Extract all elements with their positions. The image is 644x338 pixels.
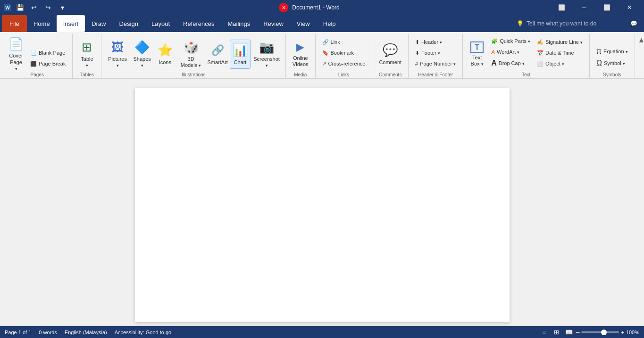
document-page[interactable] — [135, 88, 510, 322]
pictures-button[interactable]: 🖼 Pictures ▾ — [105, 40, 129, 69]
language: English (Malaysia) — [65, 330, 107, 335]
zoom-out-button[interactable]: ─ — [576, 330, 580, 335]
zoom-in-button[interactable]: + — [621, 330, 624, 335]
menu-help[interactable]: Help — [317, 15, 343, 32]
object-button[interactable]: ⬜ Object ▾ — [534, 58, 585, 69]
signature-line-icon: ✍ — [537, 39, 544, 45]
header-footer-items: ⬆ Header ▾ ⬇ Footer ▾ # Page Number ▾ — [412, 36, 459, 69]
chart-icon: 📊 — [233, 43, 248, 58]
text-box-icon: T — [470, 41, 484, 53]
cross-reference-button[interactable]: ↗ Cross-reference — [319, 58, 368, 69]
illustrations-group-label: Illustrations — [105, 71, 282, 77]
media-group-label: Media — [290, 71, 311, 77]
menu-layout[interactable]: Layout — [145, 15, 176, 32]
undo-button[interactable]: ↩ — [28, 2, 40, 13]
signature-line-button[interactable]: ✍ Signature Line ▾ — [534, 37, 585, 47]
links-group-label: Links — [319, 71, 368, 77]
quick-parts-button[interactable]: 🧩 Quick Parts ▾ — [488, 36, 533, 46]
icons-button[interactable]: ⭐ Icons — [155, 40, 176, 69]
menu-review[interactable]: Review — [257, 15, 290, 32]
web-view-button[interactable]: ⊞ — [552, 327, 562, 338]
page-number-icon: # — [415, 61, 418, 66]
links-col: 🔗 Link 🔖 Bookmark ↗ Cross-reference — [319, 37, 368, 69]
ribbon-group-comments: 💬 Comment Comments — [372, 34, 409, 78]
screenshot-button[interactable]: 📷 Screenshot ▾ — [251, 40, 282, 69]
page-number-button[interactable]: # Page Number ▾ — [412, 58, 459, 69]
cover-page-button[interactable]: 📄 Cover Page ▾ — [6, 40, 26, 69]
zoom-slider-track[interactable] — [581, 331, 619, 333]
pages-items: 📄 Cover Page ▾ 📃 Blank Page ⬛ Page Break — [6, 36, 68, 69]
tab-close-button[interactable]: ✕ — [279, 3, 288, 12]
3d-models-button[interactable]: 🎲 3D Models ▾ — [176, 40, 206, 69]
close-button[interactable]: ✕ — [619, 0, 640, 15]
symbol-button[interactable]: Ω Symbol ▾ — [594, 58, 631, 69]
document-area — [0, 79, 644, 331]
bookmark-button[interactable]: 🔖 Bookmark — [319, 48, 368, 58]
status-bar: Page 1 of 1 0 words English (Malaysia) A… — [0, 326, 644, 338]
ribbon-collapse-button[interactable]: ▲ — [635, 34, 644, 78]
comment-button[interactable]: 💬 Comment — [376, 40, 404, 69]
text-box-button[interactable]: T TextBox ▾ — [467, 40, 487, 69]
header-button[interactable]: ⬆ Header ▾ — [412, 37, 459, 47]
document-title: Document1 - Word — [292, 4, 339, 11]
ribbon-group-text: T TextBox ▾ 🧩 Quick Parts ▾ A WordArt ▾ … — [463, 34, 590, 78]
page-break-button[interactable]: ⬛ Page Break — [27, 58, 68, 69]
lightbulb-icon: 💡 — [517, 20, 524, 27]
menu-mailings[interactable]: Mailings — [221, 15, 257, 32]
menu-file[interactable]: File — [2, 15, 27, 32]
table-button[interactable]: ⊞ Table ▾ — [76, 40, 97, 69]
equation-button[interactable]: π Equation ▾ — [594, 46, 631, 57]
save-button[interactable]: 💾 — [14, 2, 25, 13]
shapes-icon: 🔷 — [134, 40, 150, 55]
cross-reference-icon: ↗ — [322, 61, 326, 67]
drop-cap-button[interactable]: A Drop Cap ▾ — [488, 58, 533, 69]
bookmark-icon: 🔖 — [322, 50, 329, 56]
ribbon-group-symbols: π Equation ▾ Ω Symbol ▾ Symbols — [590, 34, 635, 78]
links-items: 🔗 Link 🔖 Bookmark ↗ Cross-reference — [319, 36, 368, 69]
menu-insert[interactable]: Insert — [57, 15, 85, 32]
symbols-group-label: Symbols — [594, 71, 631, 77]
comments-button[interactable]: 💬 — [626, 15, 642, 32]
tables-items: ⊞ Table ▾ — [76, 36, 97, 69]
link-icon: 🔗 — [322, 39, 329, 45]
icons-icon: ⭐ — [158, 43, 173, 58]
menu-view[interactable]: View — [290, 15, 317, 32]
chart-button[interactable]: 📊 Chart — [230, 40, 251, 69]
ribbon-group-header-footer: ⬆ Header ▾ ⬇ Footer ▾ # Page Number ▾ He… — [409, 34, 463, 78]
table-icon: ⊞ — [79, 40, 94, 55]
redo-button[interactable]: ↪ — [42, 2, 54, 13]
shapes-button[interactable]: 🔷 Shapes ▾ — [131, 40, 154, 69]
pages-group-label: Pages — [6, 71, 68, 77]
header-icon: ⬆ — [415, 39, 419, 45]
print-view-button[interactable]: ≡ — [539, 327, 550, 338]
zoom-control: ─ + 100% — [576, 330, 639, 335]
drop-cap-icon: A — [491, 59, 497, 67]
ribbon-toggle-button[interactable]: ⬜ — [551, 0, 572, 15]
maximize-button[interactable]: ⬜ — [596, 0, 618, 15]
symbols-items: π Equation ▾ Ω Symbol ▾ — [594, 36, 631, 69]
read-view-button[interactable]: 📖 — [564, 327, 574, 338]
minimize-button[interactable]: ─ — [573, 0, 595, 15]
comment-icon: 💬 — [383, 43, 398, 58]
menu-home[interactable]: Home — [27, 15, 57, 32]
menu-design[interactable]: Design — [113, 15, 145, 32]
customize-qat-button[interactable]: ▾ — [57, 2, 68, 13]
pages-small-col: 📃 Blank Page ⬛ Page Break — [27, 48, 68, 69]
page-break-icon: ⬛ — [30, 61, 37, 67]
menu-references[interactable]: References — [176, 15, 221, 32]
equation-icon: π — [596, 47, 602, 56]
menu-draw[interactable]: Draw — [85, 15, 112, 32]
tell-me-input[interactable] — [527, 20, 621, 27]
blank-page-button[interactable]: 📃 Blank Page — [27, 48, 68, 58]
wordart-button[interactable]: A WordArt ▾ — [488, 47, 533, 57]
date-time-icon: 📅 — [537, 50, 544, 56]
smartart-button[interactable]: 🔗 SmartArt — [206, 40, 229, 69]
date-time-button[interactable]: 📅 Date & Time — [534, 48, 585, 58]
text-group-label: Text — [467, 71, 585, 77]
online-videos-button[interactable]: ▶ OnlineVideos — [290, 40, 311, 69]
footer-button[interactable]: ⬇ Footer ▾ — [412, 48, 459, 58]
ribbon-group-media: ▶ OnlineVideos Media — [286, 34, 315, 78]
link-button[interactable]: 🔗 Link — [319, 37, 368, 47]
header-footer-group-label: Header & Footer — [412, 71, 459, 77]
tell-me-bar[interactable]: 💡 — [512, 15, 626, 32]
